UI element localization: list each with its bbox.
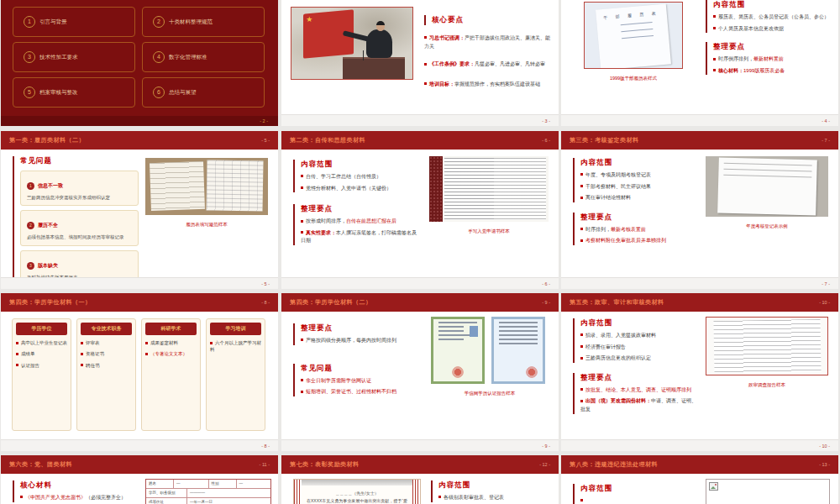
missing-image-placeholder [706,479,830,504]
toc-item-number: 1 [24,16,35,28]
item-text: （专著论文文本） [150,351,187,356]
book-left-page [150,161,205,211]
bullet: 干部考察材料、民主评议结果 [580,183,699,192]
slide-header-title: 第四类：学历学位材料（一） [9,298,92,307]
cat5-content: 内容范围 招录、录用、入党提拔政审材料 经济责任审计报告 三龄两历信息更改的组织… [573,318,699,423]
bullet-square-icon [16,353,18,355]
issue-box-2: 2履历不全 必须包括基本信息、填报时间及经历等审核记录 [20,210,139,245]
report-paper [713,319,821,374]
handwritten-page-left [444,158,496,219]
bullet-text: 年度、专项及聘期考核登记表 [585,172,651,177]
bullet: 核心材料：1999版履历表必备 [713,67,832,76]
table-cell: 学历、职务级别 [146,489,187,497]
toc-item-number: 5 [24,87,35,98]
slide-cat8[interactable]: 第八类：违规违纪违法处理材料 - 13 - 内容范围 - 13 - [561,455,838,504]
toc-item-2[interactable]: 2 十类材料整理规范 [142,7,265,37]
item-text: 六个月以上脱产学习材料 [210,340,261,352]
section-arrange-points: 整理要点 时序倒序排列，最新材料置前 核心材料：1999版履历表必备 [706,42,832,75]
image-caption: 年度考核登记表示例 [706,223,828,229]
section-arrange-points: 整理要点 按批复、结论、本人意见、调查、证明顺序排列 出国（境）更改需四份材料：… [573,373,699,414]
page-number: - 10 - [819,444,830,449]
bullet-square-icon [301,379,303,381]
bullet: 离任审计结论性材料 [580,194,699,202]
bullet-square-icon [16,342,18,344]
toc-item-number: 2 [153,16,165,28]
slide-footer: - 6 - [281,277,559,289]
cell-r3c1: 第四类：学历学位材料（一） - 8 - 学历学位 高中以上毕业生登记表 成绩单 … [1,293,278,451]
header-page-number: - 13 - [819,462,830,467]
degree-certificate-green [431,317,485,384]
bullet-square-icon [580,173,583,176]
slide-cat1a[interactable]: 干 部 履 历 表 1999版干部履历表样式 内容范围 履历表、简历表、公务员登… [561,0,838,126]
slide-header-title: 第七类：表彰奖励类材料 [290,460,360,469]
header-page-number: - 9 - [542,300,550,305]
cat2-content: 内容范围 自传、学习工作总结（自传性质） 党性分析材料、入党申请书（关键份） 整… [293,160,419,255]
image-caption: 履历表填写规范样本 [145,222,268,228]
page-number: - 3 - [542,118,550,123]
section-title: 核心要点 [432,15,552,25]
cell-r1c1: 1 引言与背景 2 十类材料整理规范 3 技术性加工要求 4 数字化管理标准 5… [1,0,278,126]
issue-box-1: 1信息不一致 三龄两历信息冲突需核实并形成组织认定 [20,171,139,206]
bullet-text: 掌握规范操作，夯实档案队伍建设基础 [454,81,540,87]
slide-cat7[interactable]: 第七类：表彰奖励类材料 - 12 - ＿＿＿＿（先生/女士） 在XXXX市见义勇… [281,455,559,504]
toc-item-label: 引言与背景 [39,18,67,26]
toc-item-4[interactable]: 4 数字化管理标准 [142,42,265,72]
column-item: 成绩单 [16,350,67,357]
slide-header-title: 第一类：履历类材料（二） [9,136,85,144]
column-item: （专著论文文本） [145,350,197,357]
section-title: 内容范围 [301,160,419,170]
bullet-square-icon [580,197,583,199]
column-item: 高中以上毕业生登记表 [16,339,67,346]
column-item: 聘任书 [81,362,132,369]
bullet-emphasis: 短期培训、荣誉证书、过程性材料不归档 [306,389,396,394]
slide-cat2[interactable]: 第二类：自传和思想类材料 - 6 - 内容范围 自传、学习工作总结（自传性质） … [281,131,559,289]
section-title: 核心材料 [20,480,139,491]
table-row: 姓名 — 性别 — [146,480,270,489]
item-text: 高中以上毕业生登记表 [21,340,67,345]
core-points-section: 核心要点 [424,15,552,25]
cert-text-line [499,326,538,328]
bullet: 非全日制学历需附学信网认证 [301,377,419,386]
bullet-square-icon [424,36,427,39]
bullet-square-icon [580,388,583,391]
slide-cat3[interactable]: 第三类：考核鉴定类材料 - 7 - 内容范围 年度、专项及聘期考核登记表 干部考… [561,131,838,289]
slide-toc[interactable]: 1 引言与背景 2 十类材料整理规范 3 技术性加工要求 4 数字化管理标准 5… [1,0,278,126]
toc-item-3[interactable]: 3 技术性加工要求 [13,42,135,72]
slide-cat1b[interactable]: 第一类：履历类材料（二） - 5 - 常见问题 1信息不一致 三龄两历信息冲突需… [1,131,278,289]
speaker-figure [366,29,391,58]
bullet-emphasis: 非全日制学历需附学信网认证 [306,378,371,383]
bullet-lead: 真实性要求： [306,230,336,235]
bullet-square-icon [301,220,303,223]
bullet-text: 自传、学习工作总结（自传性质） [306,174,381,179]
assessment-form-photo [706,156,828,217]
item-text: 认证报告 [21,363,39,368]
category-column-4: 学习培训 六个月以上脱产学习材料 [206,318,265,431]
slide-cat4a[interactable]: 第四类：学历学位材料（一） - 8 - 学历学位 高中以上毕业生登记表 成绩单 … [1,293,278,451]
bullet: 培训目标：掌握规范操作，夯实档案队伍建设基础 [424,81,552,89]
investigation-report-photo [706,317,828,375]
header-page-number: - 6 - [542,138,550,143]
bullet-lead: 习总书记强调： [429,35,465,40]
bullet-lead: 出国（境）更改需四份材料： [585,398,651,403]
bullet-square-icon [301,175,303,177]
bullet-square-icon [713,15,716,18]
bullet-text: 严格按四级分类顺序，每类内按时间排列 [306,338,396,343]
toc-item-1[interactable]: 1 引言与背景 [13,7,135,37]
form-row [723,170,811,178]
section-title: 整理要点 [580,373,699,383]
red-seal-icon [526,366,538,378]
section-title: 内容范围 [580,158,699,168]
toc-item-5[interactable]: 5 档案审核与整改 [13,77,135,108]
slide-cat6[interactable]: 第六类：党、团类材料 - 11 - 核心材料 《中国共产党入党志愿书》（必须完整… [1,455,278,504]
bullet-square-icon [301,391,303,393]
header-page-number: - 7 - [822,138,830,143]
toc-item-6[interactable]: 6 总结与展望 [142,77,265,108]
bullet: 各级别表彰审批表、登记表 [438,494,550,502]
bullet-square-icon [81,342,83,344]
cert-text-line [499,322,538,323]
slide-cat5[interactable]: 第五类：政审、审计和审核类材料 - 10 - 内容范围 招录、录用、入党提拔政审… [561,293,838,451]
toc-item-label: 技术性加工要求 [39,54,78,61]
slide-cat4b[interactable]: 第四类：学历学位材料（二） - 9 - 整理要点 严格按四级分类顺序，每类内按时… [281,293,559,451]
slide-core-points[interactable]: ★ 核心要点 习总书记强调：严把干部选拔任用政治关、廉洁关、能力关 《工作条例》… [281,0,559,126]
item-text: 聘任书 [86,363,100,368]
